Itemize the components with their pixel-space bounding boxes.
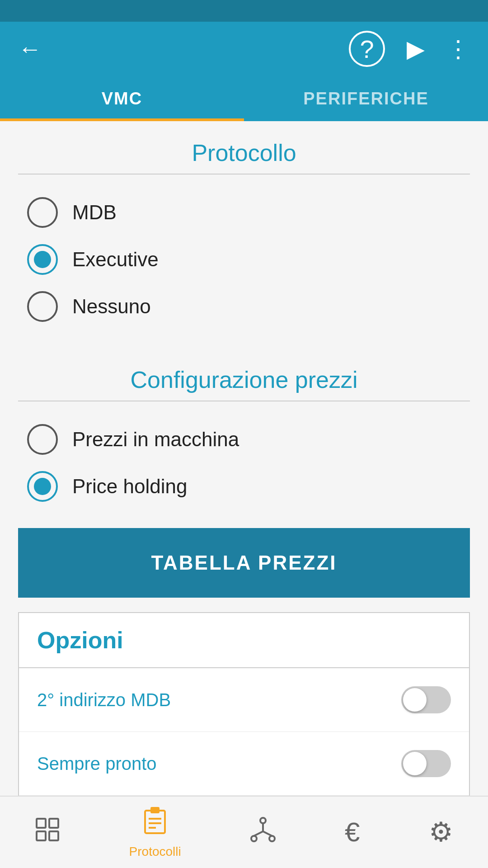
protocol-radio-nessuno	[27, 291, 58, 322]
status-bar	[0, 0, 488, 22]
protocolli-label: Protocolli	[129, 844, 181, 859]
protocol-radio-mdb	[27, 197, 58, 228]
gear-icon: ⚙	[429, 819, 453, 846]
toggle-knob-secondo-indirizzo	[403, 688, 427, 712]
nav-item-grid[interactable]	[35, 817, 60, 848]
svg-rect-4	[145, 811, 165, 833]
toolbar: ← ? ▶ ⋮	[0, 22, 488, 76]
svg-rect-2	[37, 831, 46, 840]
tabella-prezzi-button[interactable]: TABELLA PREZZI	[18, 528, 470, 598]
svg-rect-3	[49, 831, 58, 840]
price-config-section: Configurazione prezzi Prezzi in macchina…	[0, 348, 488, 510]
back-button[interactable]: ←	[18, 35, 42, 62]
nav-item-settings[interactable]: ⚙	[429, 819, 453, 846]
network-icon	[250, 817, 276, 848]
price-radio-price-holding	[27, 471, 58, 502]
svg-point-10	[251, 836, 257, 841]
opzioni-toggle-secondo-indirizzo[interactable]	[401, 686, 451, 713]
euro-icon: €	[345, 819, 360, 846]
content-area: Protocollo MDB Executive Nessuno Configu…	[0, 121, 488, 868]
svg-line-13	[254, 831, 263, 836]
tab-periferiche[interactable]: PERIFERICHE	[244, 76, 488, 121]
protocol-title: Protocollo	[0, 121, 488, 174]
protocol-option-executive[interactable]: Executive	[27, 236, 461, 283]
price-config-radio-group: Prezzi in macchina Price holding	[0, 416, 488, 510]
opzioni-title: Opzioni	[37, 627, 123, 653]
bottom-nav: Protocolli € ⚙	[0, 796, 488, 868]
protocol-divider	[18, 174, 470, 175]
protocol-label-executive: Executive	[72, 248, 159, 271]
svg-rect-5	[150, 807, 160, 813]
protocolli-icon	[142, 806, 168, 841]
protocol-option-mdb[interactable]: MDB	[27, 189, 461, 236]
price-label-prezzi-macchina: Prezzi in macchina	[72, 428, 239, 451]
price-option-prezzi-macchina[interactable]: Prezzi in macchina	[27, 416, 461, 463]
nav-item-protocolli[interactable]: Protocolli	[129, 806, 181, 859]
svg-rect-1	[49, 819, 58, 828]
protocol-label-nessuno: Nessuno	[72, 295, 151, 318]
opzioni-row-secondo-indirizzo: 2° indirizzo MDB	[19, 668, 469, 732]
more-button[interactable]: ⋮	[446, 35, 470, 62]
tabs-bar: VMC PERIFERICHE	[0, 76, 488, 121]
grid-icon	[35, 817, 60, 848]
protocol-radio-executive	[27, 244, 58, 275]
svg-point-11	[269, 836, 275, 841]
opzioni-label-secondo-indirizzo: 2° indirizzo MDB	[37, 690, 171, 710]
protocol-label-mdb: MDB	[72, 201, 117, 224]
opzioni-toggle-sempre-pronto[interactable]	[401, 750, 451, 777]
protocol-section: Protocollo MDB Executive Nessuno	[0, 121, 488, 330]
help-button[interactable]: ?	[349, 31, 385, 67]
price-config-title: Configurazione prezzi	[0, 348, 488, 401]
svg-line-14	[263, 831, 272, 836]
send-button[interactable]: ▶	[407, 35, 425, 62]
svg-rect-0	[37, 819, 46, 828]
price-label-price-holding: Price holding	[72, 475, 187, 498]
opzioni-label-sempre-pronto: Sempre pronto	[37, 754, 157, 774]
protocol-option-nessuno[interactable]: Nessuno	[27, 283, 461, 330]
opzioni-row-sempre-pronto: Sempre pronto	[19, 732, 469, 796]
price-option-price-holding[interactable]: Price holding	[27, 463, 461, 510]
price-radio-prezzi-macchina	[27, 424, 58, 455]
nav-item-euro[interactable]: €	[345, 819, 360, 846]
opzioni-header: Opzioni	[19, 613, 469, 668]
svg-point-9	[260, 818, 266, 823]
tab-vmc[interactable]: VMC	[0, 76, 244, 121]
protocol-radio-group: MDB Executive Nessuno	[0, 189, 488, 330]
price-config-divider	[18, 401, 470, 401]
toggle-knob-sempre-pronto	[403, 752, 427, 775]
nav-item-network[interactable]	[250, 817, 276, 848]
